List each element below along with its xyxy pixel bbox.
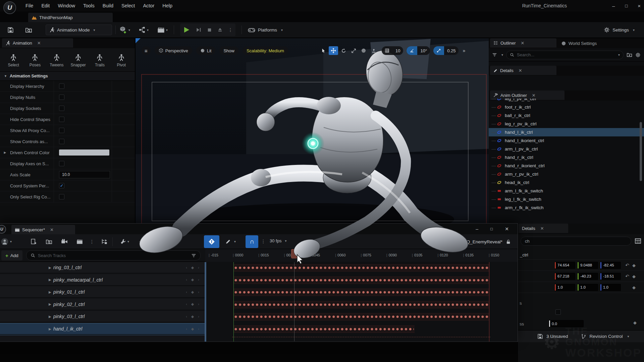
keyframe-dots[interactable] <box>234 314 488 319</box>
reset-icon[interactable]: ↶ <box>624 274 630 279</box>
keyframe-diamond-icon[interactable]: ◆ <box>633 320 637 325</box>
outliner-settings-icon[interactable] <box>635 52 641 58</box>
setting-input[interactable]: 10.0 <box>59 171 110 178</box>
setting-checkbox[interactable] <box>59 106 64 111</box>
menu-window[interactable]: Window <box>54 0 79 11</box>
keyframe-band[interactable] <box>233 313 489 320</box>
platforms-dropdown[interactable]: Platforms▾ <box>248 26 283 34</box>
details-bottom-tab[interactable]: Details✕ <box>519 224 568 233</box>
camera-speed-icon[interactable]: » <box>463 48 465 53</box>
axis-value-field[interactable]: 1.0 <box>577 284 598 291</box>
track-row[interactable]: ▶pinky_03_l_ctrl‹◆› <box>0 311 205 322</box>
browse-content-icon[interactable] <box>25 26 32 34</box>
create-asset-icon[interactable] <box>31 238 37 245</box>
setting-checkbox[interactable] <box>59 83 64 89</box>
sequencer-tab[interactable]: Sequencer*✕ <box>11 225 75 234</box>
lock-icon[interactable] <box>506 239 511 244</box>
scalability-badge[interactable]: Scalability: Medium <box>243 46 288 55</box>
keyframe-diamond-icon[interactable]: ◆ <box>632 263 636 268</box>
anim-outliner-item[interactable]: —leg_l_pv_ik_ctrl <box>489 99 644 103</box>
tool-trails[interactable]: Trails <box>90 54 109 67</box>
viewport-layout-icon[interactable] <box>467 46 477 55</box>
setting-checkbox[interactable] <box>59 128 64 133</box>
revision-control-label[interactable]: Revision Control <box>590 334 623 339</box>
keyframe-band[interactable] <box>233 289 489 296</box>
anim-outliner-item[interactable]: —hand_r_ikorient_ctrl <box>489 162 644 170</box>
axis-value-field[interactable]: -82.45 <box>600 262 621 269</box>
rotation-snap-control[interactable]: 10° <box>407 46 430 55</box>
show-dropdown[interactable]: Show <box>219 46 238 55</box>
anim-outliner-scrollbar[interactable] <box>640 122 642 181</box>
axis-value-field[interactable]: -18.51 <box>600 273 621 280</box>
expand-arrow-icon[interactable]: ▶ <box>0 151 10 154</box>
menu-help[interactable]: Help <box>158 0 176 11</box>
keyframe-band[interactable] <box>233 277 489 284</box>
expand-arrow-icon[interactable]: ▶ <box>49 278 53 282</box>
world-space-toggle[interactable] <box>359 46 368 55</box>
track-filter-icon[interactable] <box>191 253 196 258</box>
axis-value-field[interactable]: 1.0 <box>554 284 575 291</box>
keyframe-nav[interactable]: ‹◆› <box>186 302 199 306</box>
playback-options-icon[interactable] <box>159 239 165 245</box>
stop-button[interactable] <box>207 27 212 33</box>
keyframe-dots[interactable] <box>234 278 488 283</box>
level-tab[interactable]: ThirdPersonMap <box>28 13 113 22</box>
outliner-tab[interactable]: Outliner✕ <box>490 38 556 48</box>
keyframe-nav[interactable]: ‹◆› <box>186 265 199 270</box>
close-icon[interactable]: ✕ <box>540 226 544 231</box>
animation-panel-tab[interactable]: Animation ✕ <box>2 38 73 48</box>
sequence-breadcrumb[interactable]: Q_EnemyReveal* <box>467 239 502 244</box>
anim-outliner-item[interactable]: —foot_r_ik_ctrl <box>489 103 644 111</box>
select-tool[interactable] <box>319 46 328 55</box>
tool-select[interactable]: Select <box>4 54 23 67</box>
sequencer-close-button[interactable]: ✕ <box>505 226 509 232</box>
render-movie-icon[interactable] <box>76 238 83 245</box>
expand-arrow-icon[interactable]: ▶ <box>49 315 53 318</box>
move-tool[interactable] <box>329 46 338 55</box>
surface-snap-toggle[interactable] <box>369 46 378 55</box>
save-status-icon[interactable] <box>537 334 543 339</box>
keyframe-nav[interactable]: ‹◆› <box>186 327 199 331</box>
perspective-dropdown[interactable]: Perspective <box>155 46 192 55</box>
anim-outliner-item[interactable]: —hand_r_ik_ctrl <box>489 153 644 162</box>
keyframe-nav[interactable]: ‹◆› <box>186 278 199 282</box>
details-search-input[interactable]: ch <box>521 237 631 246</box>
setting-checkbox[interactable] <box>59 194 64 199</box>
setting-checkbox[interactable]: ✓ <box>59 183 64 188</box>
add-folder-icon[interactable] <box>627 52 632 58</box>
axis-value-field[interactable]: 67.218 <box>554 273 575 280</box>
outliner-tree-icon[interactable] <box>101 238 108 245</box>
keyframe-dots[interactable] <box>234 302 488 307</box>
scale-tool[interactable] <box>349 46 358 55</box>
menu-file[interactable]: File <box>21 0 37 11</box>
keyframe-nav[interactable]: ‹◆› <box>186 314 199 319</box>
keyframe-dots[interactable] <box>234 265 488 270</box>
anim-outliner-item[interactable]: —ball_r_ik_ctrl <box>489 111 644 120</box>
anim-outliner-item[interactable]: —leg_r_pv_ik_ctrl <box>489 120 644 128</box>
rotate-tool[interactable] <box>339 46 348 55</box>
grid-snap-control[interactable]: 10 <box>382 46 403 55</box>
window-minimize-button[interactable]: – <box>612 3 615 9</box>
tool-pivot[interactable]: Pivot <box>112 54 131 67</box>
anim-outliner-item[interactable]: —hand_l_ik_ctrl <box>489 128 644 136</box>
anim-outliner-item[interactable]: —arm_r_pv_ik_ctrl <box>489 170 644 178</box>
track-row[interactable]: ▶pinky_02_l_ctrl‹◆› <box>0 299 205 310</box>
setting-checkbox[interactable] <box>59 161 64 166</box>
timeline-ruler[interactable]: |-015|0000|0015|0030|0045|0060|0075|0090… <box>205 249 518 262</box>
axis-value-field[interactable]: 74.654 <box>554 262 575 269</box>
close-icon[interactable]: ✕ <box>37 41 41 46</box>
keyframe-diamond-icon[interactable]: ◆ <box>632 285 636 290</box>
settings-dropdown[interactable]: Settings▾ <box>604 27 635 33</box>
anim-outliner-item[interactable]: —arm_l_pv_ik_ctrl <box>489 145 644 153</box>
sequencer-actions-icon[interactable] <box>1 238 9 246</box>
anim-outliner-item[interactable]: —hand_l_ikorient_ctrl <box>489 136 644 145</box>
keyframe-band[interactable] <box>233 301 489 308</box>
unreal-logo-icon[interactable]: U <box>3 1 16 14</box>
close-icon[interactable]: ✕ <box>532 93 536 98</box>
expand-arrow-icon[interactable]: ▶ <box>49 266 53 269</box>
menu-build[interactable]: Build <box>99 0 117 11</box>
animation-settings-header[interactable]: ▼ Animation Settings <box>0 72 135 81</box>
menu-actor[interactable]: Actor <box>139 0 158 11</box>
outliner-search-input[interactable]: Search... ▾ <box>506 51 624 59</box>
grid-view-icon[interactable] <box>635 238 641 244</box>
